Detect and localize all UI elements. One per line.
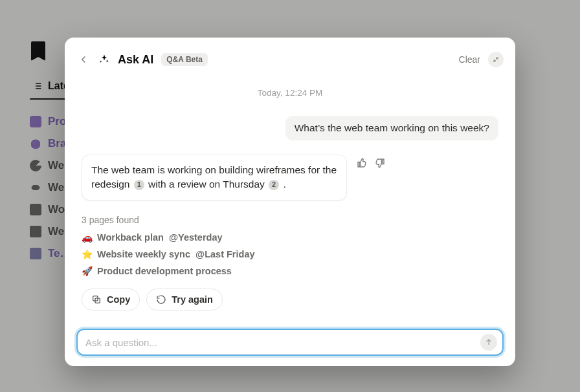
answer-actions: Copy Try again	[82, 289, 498, 310]
feedback-buttons	[356, 157, 386, 169]
citation-1[interactable]: 1	[134, 180, 144, 190]
list-icon	[32, 81, 43, 91]
minimize-button[interactable]	[488, 52, 504, 67]
source-title: Website weekly sync	[97, 249, 190, 259]
grid-icon	[30, 226, 41, 237]
user-message: What’s the web team working on this week…	[285, 116, 498, 140]
clear-button[interactable]: Clear	[459, 54, 480, 65]
modal-title: Ask AI	[118, 53, 153, 67]
car-icon: 🚗	[82, 232, 92, 243]
pages-found-label: 3 pages found	[82, 215, 498, 225]
conversation-body: Today, 12:24 PM What’s the web team work…	[76, 67, 504, 329]
thumbs-up-icon	[356, 157, 368, 169]
clear-label: Clear	[459, 54, 480, 65]
source-when: @Last Friday	[195, 249, 255, 259]
copy-button[interactable]: Copy	[82, 289, 140, 310]
arrow-left-icon	[78, 54, 89, 65]
rocket-icon: 🚀	[82, 266, 92, 276]
rugby-icon	[30, 182, 41, 193]
star-icon: ⭐	[82, 249, 92, 259]
question-input[interactable]	[84, 336, 475, 349]
try-again-button[interactable]: Try again	[146, 289, 223, 310]
citation-2[interactable]: 2	[269, 180, 279, 190]
bookmark-icon	[31, 41, 45, 61]
thumbs-down-icon	[374, 157, 386, 169]
radio-icon	[30, 116, 41, 127]
refresh-icon	[30, 160, 41, 171]
thumbs-down-button[interactable]	[374, 157, 386, 169]
ask-ai-modal: Ask AI Q&A Beta Clear Today, 12:24 PM Wh…	[65, 38, 515, 366]
sparkle-icon	[98, 54, 110, 65]
source-page[interactable]: 🚀 Product development process	[82, 263, 498, 279]
retry-icon	[156, 294, 166, 305]
source-when: @Yesterday	[169, 232, 223, 243]
back-button[interactable]	[76, 52, 91, 67]
thumbs-up-button[interactable]	[356, 157, 368, 169]
palette-icon	[30, 138, 41, 149]
page-icon	[30, 248, 41, 259]
source-page[interactable]: ⭐ Website weekly sync @Last Friday	[82, 246, 498, 263]
answer-text-3: .	[283, 179, 285, 190]
source-page[interactable]: 🚗 Workback plan @Yesterday	[82, 229, 498, 246]
answer-text-2: with a review on Thursday	[148, 179, 267, 190]
assistant-row: The web team is working on building wire…	[82, 155, 498, 201]
composer	[76, 329, 504, 356]
send-button[interactable]	[480, 334, 497, 351]
timestamp: Today, 12:24 PM	[82, 88, 498, 98]
collapse-icon	[492, 56, 500, 63]
beta-badge: Q&A Beta	[161, 53, 208, 66]
try-again-label: Try again	[172, 294, 213, 305]
briefcase-icon	[30, 204, 41, 215]
assistant-message: The web team is working on building wire…	[82, 155, 347, 201]
copy-label: Copy	[107, 294, 130, 305]
source-title: Product development process	[97, 266, 232, 276]
arrow-up-icon	[484, 338, 493, 347]
copy-icon	[91, 294, 102, 305]
user-message-row: What’s the web team working on this week…	[82, 116, 498, 140]
source-title: Workback plan	[97, 232, 164, 243]
modal-header: Ask AI Q&A Beta Clear	[76, 52, 504, 67]
